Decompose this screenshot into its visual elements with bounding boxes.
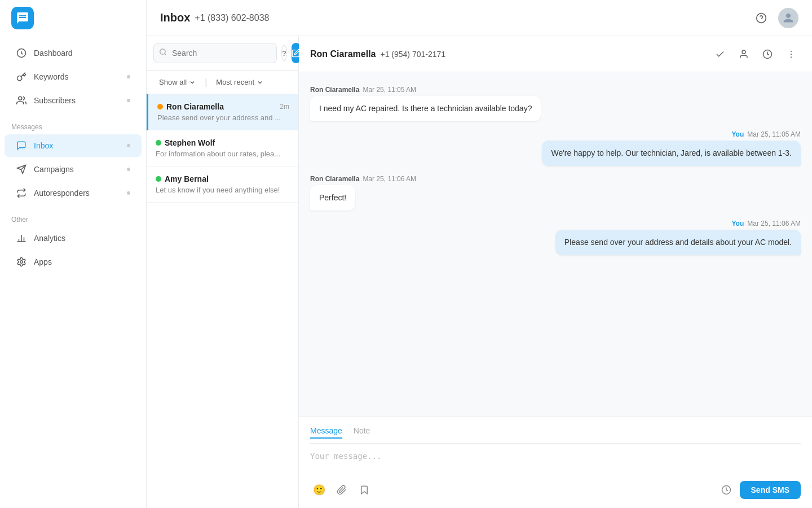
most-recent-filter[interactable]: Most recent [210,75,269,89]
chat-header-actions [710,45,801,64]
svg-point-14 [791,53,792,54]
msg-bubble: Please send over your address and detail… [555,230,801,255]
chat-header: Ron Ciaramella +1 (954) 701-2171 [299,36,812,72]
sidebar-item-subscribers[interactable]: Subscribers [5,89,142,112]
status-dot-green [156,176,161,182]
conv-time: 2m [280,103,289,111]
sidebar-item-dashboard[interactable]: Dashboard [5,42,142,64]
sidebar-item-label: Autoresponders [34,189,90,198]
svg-point-11 [742,50,745,54]
resolve-button[interactable] [710,45,730,64]
conversation-items: Ron Ciaramella 2m Please send over your … [147,94,298,508]
main-area: Inbox +1 (833) 602-8038 [147,0,812,508]
sidebar-item-apps[interactable]: Apps [5,251,142,273]
svg-point-15 [791,56,792,58]
sidebar-item-label: Inbox [34,141,53,150]
message-received: Ron Ciaramella Mar 25, 11:05 AM I need m… [310,86,580,121]
campaigns-icon [16,164,27,175]
topbar: Inbox +1 (833) 602-8038 [147,0,812,36]
topbar-phone: +1 (833) 602-8038 [195,13,269,23]
template-button[interactable] [355,481,373,499]
messages-section-label: Messages [0,116,146,133]
inbox-icon [16,140,27,151]
msg-bubble: We're happy to help. Our technician, Jar… [542,141,801,166]
conversation-item[interactable]: Ron Ciaramella 2m Please send over your … [147,94,298,130]
conv-filters: Show all | Most recent [147,71,298,94]
topbar-actions [751,8,798,28]
filter-divider: | [205,77,207,87]
chat-panel: Ron Ciaramella +1 (954) 701-2171 [299,36,812,508]
subscribers-icon [16,95,27,106]
content-area: ? Show all | Most recent [147,36,812,508]
conversation-list: ? Show all | Most recent [147,36,299,508]
svg-point-1 [19,97,22,100]
page-title: Inbox [160,11,190,24]
dashboard-icon [16,47,27,59]
sidebar: Dashboard Keywords Subscribers Messages [0,0,147,508]
msg-sender: You [732,130,744,138]
emoji-button[interactable]: 🙂 [310,481,328,499]
snooze-button[interactable] [758,45,777,64]
svg-point-6 [20,261,23,264]
contact-name: Stephen Wolf [165,138,215,147]
chat-contact-name: Ron Ciaramella [310,49,376,59]
message-input[interactable] [310,450,801,474]
apps-icon [16,256,27,268]
chat-messages: Ron Ciaramella Mar 25, 11:05 AM I need m… [299,72,812,417]
sidebar-item-inbox[interactable]: Inbox [5,134,142,157]
user-avatar[interactable] [778,8,798,28]
svg-point-13 [791,50,792,51]
sidebar-item-analytics[interactable]: Analytics [5,227,142,249]
app-logo[interactable] [11,7,34,29]
conversation-item[interactable]: Amy Bernal Let us know if you need anyth… [147,167,298,203]
sidebar-item-label: Apps [34,257,52,266]
sidebar-item-campaigns[interactable]: Campaigns [5,158,142,181]
conv-preview: Let us know if you need anything else! [156,186,289,194]
subscribers-badge [127,99,130,102]
conv-preview: For information about our rates, plea... [156,150,289,158]
conv-preview: Please send over your address and ... [157,113,289,122]
search-input[interactable] [153,43,277,63]
search-bar: ? [147,36,298,71]
attachment-button[interactable] [333,481,351,499]
msg-sender: Ron Ciaramella [310,86,359,94]
contact-name: Amy Bernal [165,174,209,183]
message-sent: You Mar 25, 11:05 AM We're happy to help… [542,130,801,166]
chat-tabs: Message Note [310,417,801,444]
tab-message[interactable]: Message [310,424,342,439]
logo-area [0,0,146,36]
msg-sender: Ron Ciaramella [310,175,359,183]
message-sent: You Mar 25, 11:06 AM Please send over yo… [555,220,801,255]
msg-bubble: Perfect! [310,185,355,211]
msg-time: Mar 25, 11:06 AM [747,220,801,227]
message-received: Ron Ciaramella Mar 25, 11:06 AM Perfect! [310,175,580,211]
sidebar-item-label: Campaigns [34,165,74,174]
contact-name: Ron Ciaramella [166,102,224,111]
more-button[interactable] [782,45,801,64]
sidebar-item-autoresponders[interactable]: Autoresponders [5,182,142,204]
keywords-badge [127,75,130,78]
input-bottom-row: 🙂 [310,481,801,499]
msg-time: Mar 25, 11:05 AM [747,130,801,138]
chat-contact-phone: +1 (954) 701-2171 [380,50,445,59]
autoresponders-icon [16,187,27,199]
tab-note[interactable]: Note [354,424,370,439]
campaigns-badge [127,168,130,171]
help-button[interactable] [751,8,771,28]
msg-time: Mar 25, 11:06 AM [363,175,416,183]
show-all-filter[interactable]: Show all [153,75,201,89]
search-help-button[interactable]: ? [281,45,287,61]
keywords-icon [16,71,27,82]
assign-button[interactable] [734,45,753,64]
chat-tools: 🙂 [310,481,373,499]
chat-input-area: Message Note 🙂 [299,417,812,508]
conversation-item[interactable]: Stephen Wolf For information about our r… [147,130,298,167]
status-dot-orange [157,104,163,110]
schedule-button[interactable] [717,481,735,499]
msg-time: Mar 25, 11:05 AM [363,86,416,94]
msg-bubble: I need my AC repaired. Is there a techni… [310,96,541,121]
sidebar-item-label: Analytics [34,234,65,243]
sidebar-item-keywords[interactable]: Keywords [5,65,142,88]
sidebar-item-label: Keywords [34,72,68,81]
send-button[interactable]: Send SMS [740,481,801,499]
